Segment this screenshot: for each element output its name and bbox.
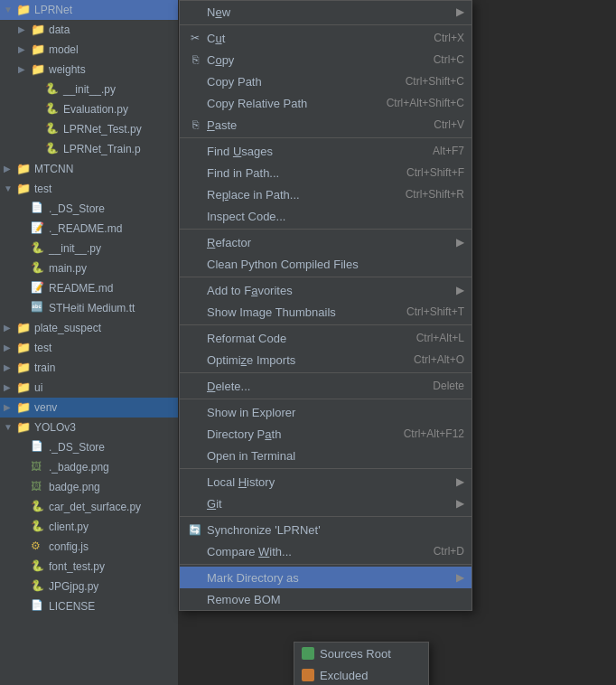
- menu-item-dir-path[interactable]: Directory Path Ctrl+Alt+F12: [180, 423, 471, 445]
- label-init-py: __init__.py: [63, 83, 116, 96]
- replace-path-shortcut: Ctrl+Shift+R: [406, 188, 464, 201]
- compare-shortcut: Ctrl+D: [434, 545, 464, 558]
- find-path-shortcut: Ctrl+Shift+F: [406, 166, 464, 179]
- menu-item-find-path[interactable]: Find in Path... Ctrl+Shift+F: [180, 162, 471, 183]
- menu-item-mark-dir[interactable]: Mark Directory as ▶: [180, 567, 471, 588]
- menu-item-new[interactable]: New ▶: [180, 1, 471, 23]
- menu-item-inspect[interactable]: Inspect Code...: [180, 205, 471, 227]
- label-readme2: README.md: [49, 282, 113, 295]
- menu-item-reformat[interactable]: Reformat Code Ctrl+Alt+L: [180, 327, 471, 349]
- label-ds-store: ._DS_Store: [49, 202, 105, 215]
- menu-label-sync: Synchronize 'LPRNet': [207, 523, 464, 537]
- tree-item-license[interactable]: ▶ 📄 LICENSE: [0, 596, 178, 616]
- menu-item-paste[interactable]: ⎘ Paste Ctrl+V: [180, 114, 471, 136]
- copy-rel-icon: [187, 95, 203, 111]
- tree-item-test[interactable]: ▼ 📁 test: [0, 179, 178, 199]
- menu-item-optimize[interactable]: Optimize Imports Ctrl+Alt+O: [180, 349, 471, 371]
- tree-item-font[interactable]: ▶ 🐍 font_test.py: [0, 557, 178, 577]
- tree-item-ui[interactable]: ▶ 📁 ui: [0, 378, 178, 398]
- tree-item-main[interactable]: ▶ 🐍 main.py: [0, 258, 178, 278]
- menu-item-clean[interactable]: Clean Python Compiled Files: [180, 253, 471, 275]
- tree-item-mtcnn[interactable]: ▶ 📁 MTCNN: [0, 159, 178, 179]
- tree-item-train[interactable]: ▶ 📁 train: [0, 358, 178, 378]
- tree-item-evaluation[interactable]: ▶ 🐍 Evaluation.py: [0, 99, 178, 119]
- menu-label-find-usages: Find Usages: [207, 145, 425, 158]
- tree-item-venv[interactable]: ▶ 📁 venv: [0, 398, 178, 418]
- optimize-icon: [187, 352, 203, 368]
- delete-icon: [187, 378, 203, 394]
- dir-path-shortcut: Ctrl+Alt+F12: [404, 427, 464, 440]
- tree-item-yolo[interactable]: ▼ 📁 YOLOv3: [0, 418, 178, 437]
- tree-item-ds2[interactable]: ▶ 📄 ._DS_Store: [0, 437, 178, 457]
- tree-item-lprnet[interactable]: ▼ 📁 LPRNet: [0, 0, 178, 20]
- label-data: data: [49, 23, 70, 36]
- divider-1: [180, 24, 471, 25]
- menu-item-show-explorer[interactable]: Show in Explorer: [180, 401, 471, 423]
- menu-item-sync[interactable]: 🔄 Synchronize 'LPRNet': [180, 519, 471, 540]
- tree-item-data[interactable]: ▶ 📁 data: [0, 20, 178, 40]
- menu-label-paste: Paste: [207, 118, 426, 132]
- tree-item-weights[interactable]: ▶ 📁 weights: [0, 60, 178, 80]
- menu-item-copy-path[interactable]: Copy Path Ctrl+Shift+C: [180, 70, 471, 92]
- menu-label-delete: Delete...: [207, 380, 425, 393]
- copy-shortcut: Ctrl+C: [434, 53, 464, 66]
- py-icon-lprtrain: 🐍: [45, 142, 60, 156]
- label-config: config.js: [49, 540, 89, 553]
- menu-label-mark-dir: Mark Directory as: [207, 571, 456, 585]
- menu-label-replace-path: Replace in Path...: [207, 188, 398, 202]
- mark-dir-icon: [187, 569, 203, 586]
- tree-item-init2[interactable]: ▶ 🐍 __init__.py: [0, 239, 178, 258]
- menu-label-dir-path: Directory Path: [207, 427, 397, 441]
- tree-item-config[interactable]: ▶ ⚙ config.js: [0, 537, 178, 557]
- tree-item-client[interactable]: ▶ 🐍 client.py: [0, 517, 178, 537]
- submenu-label-excluded: Excluded: [320, 669, 368, 682]
- label-lprnet-test: LPRNet_Test.py: [63, 123, 142, 136]
- tree-item-badge[interactable]: ▶ 🖼 badge.png: [0, 477, 178, 497]
- menu-item-find-usages[interactable]: Find Usages Alt+F7: [180, 140, 471, 162]
- mark-dir-arrow: ▶: [456, 571, 464, 584]
- menu-item-delete[interactable]: Delete... Delete: [180, 375, 471, 397]
- menu-item-favorites[interactable]: Add to Favorites ▶: [180, 279, 471, 301]
- tree-item-stheiti[interactable]: ▶ 🔤 STHeiti Medium.tt: [0, 298, 178, 318]
- tree-item-badge-dot[interactable]: ▶ 🖼 ._badge.png: [0, 457, 178, 477]
- menu-item-remove-bom[interactable]: Remove BOM: [180, 588, 471, 610]
- find-path-icon: [187, 164, 203, 181]
- favorites-icon: [187, 282, 203, 298]
- file-icon-ds: 📄: [31, 202, 45, 216]
- menu-item-copy[interactable]: ⎘ Copy Ctrl+C: [180, 49, 471, 70]
- new-icon: [187, 4, 203, 20]
- menu-item-local-history[interactable]: Local History ▶: [180, 471, 471, 493]
- submenu-item-sources[interactable]: Sources Root: [294, 643, 428, 664]
- menu-item-compare[interactable]: Compare With... Ctrl+D: [180, 540, 471, 562]
- label-venv: venv: [34, 401, 57, 414]
- tree-item-plate[interactable]: ▶ 📁 plate_suspect: [0, 318, 178, 338]
- tree-item-lprnet-train[interactable]: ▶ 🐍 LPRNet_Train.p: [0, 139, 178, 159]
- tree-item-readme-md[interactable]: ▶ 📝 ._README.md: [0, 219, 178, 239]
- divider-4: [180, 277, 471, 277]
- menu-label-optimize: Optimize Imports: [207, 353, 406, 367]
- menu-item-git[interactable]: Git ▶: [180, 493, 471, 514]
- label-evaluation: Evaluation.py: [63, 103, 128, 116]
- menu-item-terminal[interactable]: Open in Terminal: [180, 445, 471, 466]
- menu-item-thumbnails[interactable]: Show Image Thumbnails Ctrl+Shift+T: [180, 301, 471, 323]
- tree-item-ds-store[interactable]: ▶ 📄 ._DS_Store: [0, 199, 178, 219]
- menu-item-copy-relative[interactable]: Copy Relative Path Ctrl+Alt+Shift+C: [180, 92, 471, 114]
- tree-item-init-py[interactable]: ▶ 🐍 __init__.py: [0, 80, 178, 99]
- label-lprnet: LPRNet: [34, 4, 72, 16]
- divider-7: [180, 399, 471, 399]
- tree-item-readme2[interactable]: ▶ 📝 README.md: [0, 278, 178, 298]
- submenu-label-sources: Sources Root: [320, 647, 391, 661]
- tree-item-jpg[interactable]: ▶ 🐍 JPGjpg.py: [0, 577, 178, 596]
- menu-item-cut[interactable]: ✂ Cut Ctrl+X: [180, 27, 471, 49]
- submenu-item-excluded[interactable]: Excluded: [294, 664, 428, 685]
- dir-path-icon: [187, 426, 203, 442]
- file-icon-license: 📄: [31, 599, 45, 614]
- divider-10: [180, 564, 471, 565]
- tree-item-lprnet-test[interactable]: ▶ 🐍 LPRNet_Test.py: [0, 119, 178, 139]
- tree-item-test2[interactable]: ▶ 📁 test: [0, 338, 178, 358]
- tree-item-cardet[interactable]: ▶ 🐍 car_det_surface.py: [0, 497, 178, 517]
- menu-item-replace-path[interactable]: Replace in Path... Ctrl+Shift+R: [180, 183, 471, 205]
- menu-label-local-history: Local History: [207, 475, 456, 489]
- menu-item-refactor[interactable]: Refactor ▶: [180, 231, 471, 253]
- tree-item-model[interactable]: ▶ 📁 model: [0, 40, 178, 60]
